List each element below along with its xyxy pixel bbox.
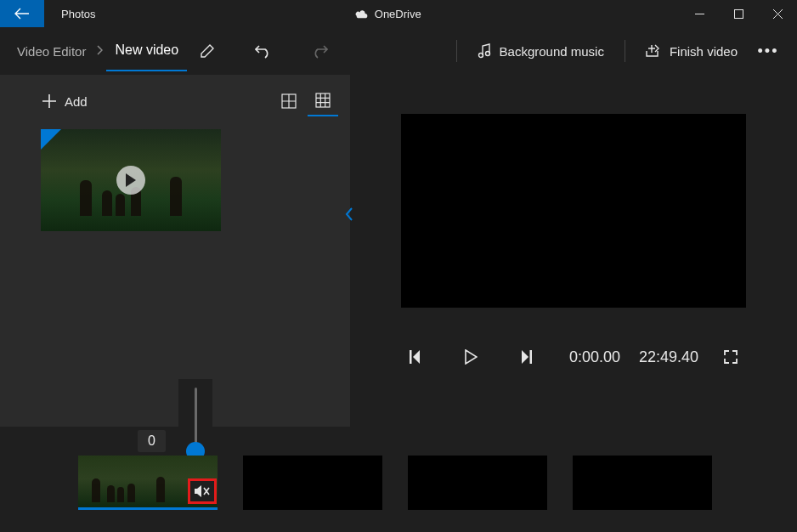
- expand-icon: [723, 349, 738, 365]
- close-button[interactable]: [758, 0, 797, 27]
- rename-button[interactable]: [187, 31, 228, 71]
- selected-corner-badge: [41, 129, 61, 150]
- grid-2x2-icon: [281, 93, 297, 109]
- finish-video-label: Finish video: [670, 44, 738, 59]
- back-button[interactable]: [0, 0, 44, 27]
- library-clip-thumbnail[interactable]: [41, 129, 221, 231]
- maximize-button[interactable]: [719, 0, 758, 27]
- prev-frame-button[interactable]: [403, 343, 430, 371]
- clip-mute-button[interactable]: [188, 478, 217, 504]
- chevron-right-icon: [93, 44, 106, 58]
- clip-duration-label: 0: [138, 430, 166, 452]
- toolbar: Video Editor New video Background music …: [0, 27, 797, 75]
- more-icon: •••: [758, 42, 779, 60]
- add-button[interactable]: Add: [42, 94, 88, 109]
- grid-3x3-icon: [315, 93, 331, 108]
- toolbar-left: Video Editor New video: [10, 31, 340, 71]
- breadcrumb-root[interactable]: Video Editor: [10, 44, 93, 59]
- svg-rect-4: [316, 93, 330, 107]
- back-arrow-icon: [14, 8, 30, 20]
- main-area: Add: [0, 75, 797, 427]
- window-controls: [680, 0, 797, 27]
- storyboard-clip[interactable]: 0: [78, 456, 218, 510]
- step-forward-icon: [518, 350, 532, 364]
- play-icon: [464, 349, 478, 365]
- chevron-left-icon: [345, 207, 353, 222]
- project-library-panel: Add: [0, 75, 350, 427]
- background-music-label: Background music: [500, 44, 604, 59]
- undo-button[interactable]: [243, 31, 284, 71]
- tab-new-video[interactable]: New video: [106, 42, 187, 71]
- toolbar-separator: [456, 40, 457, 62]
- maximize-icon: [734, 9, 743, 19]
- storyboard-clip[interactable]: [573, 456, 712, 510]
- svg-rect-6: [529, 350, 532, 364]
- finish-video-button[interactable]: Finish video: [634, 31, 749, 71]
- title-bar: Photos OneDrive: [0, 0, 797, 27]
- export-icon: [646, 44, 661, 58]
- grid-large-button[interactable]: [274, 86, 304, 116]
- music-note-icon: [478, 43, 491, 59]
- app-title: Photos: [61, 8, 95, 20]
- svg-rect-5: [410, 350, 412, 364]
- redo-icon: [311, 43, 328, 59]
- volume-muted-icon: [195, 485, 210, 497]
- storyboard-clip[interactable]: [408, 456, 547, 510]
- next-frame-button[interactable]: [512, 343, 539, 371]
- toolbar-separator: [625, 40, 625, 62]
- video-preview[interactable]: [401, 114, 746, 308]
- redo-button[interactable]: [299, 31, 340, 71]
- storyboard: 0: [0, 427, 797, 522]
- grid-small-button[interactable]: [308, 86, 338, 116]
- fullscreen-button[interactable]: [717, 343, 744, 371]
- clip-thumbnail-content: [88, 473, 184, 502]
- pencil-icon: [200, 43, 215, 59]
- add-label: Add: [65, 94, 88, 109]
- onedrive-label[interactable]: OneDrive: [375, 8, 421, 20]
- plus-icon: [42, 94, 56, 108]
- preview-panel: 0:00.00 22:49.40: [350, 75, 797, 427]
- cloud-icon: [354, 8, 368, 19]
- library-header: Add: [0, 75, 350, 127]
- play-overlay-icon: [116, 166, 145, 195]
- undo-icon: [255, 43, 272, 59]
- svg-rect-0: [734, 9, 743, 18]
- step-back-icon: [410, 350, 423, 364]
- more-button[interactable]: •••: [749, 31, 787, 71]
- minimize-icon: [695, 9, 704, 19]
- storyboard-clip[interactable]: [243, 456, 382, 510]
- current-time: 0:00.00: [569, 348, 620, 366]
- collapse-panel-button[interactable]: [336, 187, 362, 241]
- titlebar-center: OneDrive: [95, 8, 680, 20]
- player-controls: 0:00.00 22:49.40: [403, 343, 744, 371]
- background-music-button[interactable]: Background music: [466, 31, 616, 71]
- play-button[interactable]: [457, 343, 484, 371]
- minimize-button[interactable]: [680, 0, 719, 27]
- close-icon: [773, 9, 783, 19]
- total-time: 22:49.40: [639, 348, 698, 366]
